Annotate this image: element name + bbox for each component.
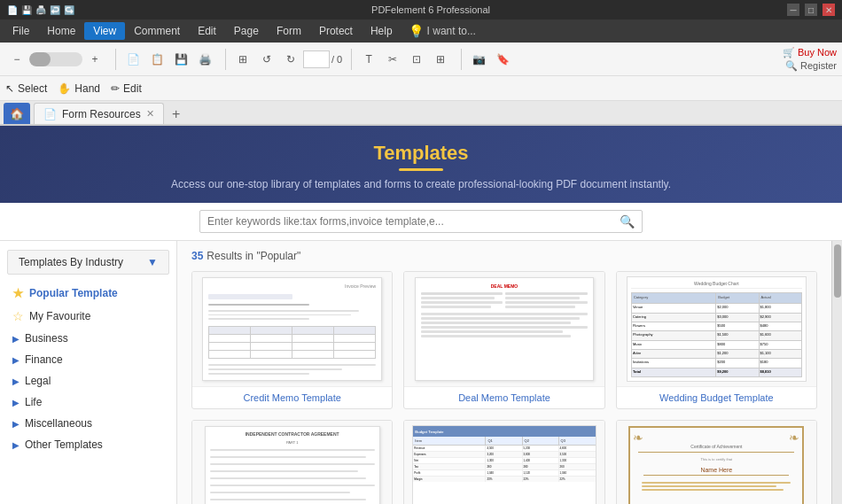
sidebar-dropdown[interactable]: Templates By Industry ▼: [7, 250, 169, 275]
save-button[interactable]: 💾: [169, 48, 192, 71]
form-resources-tab[interactable]: 📄 Form Resources ✕: [34, 103, 164, 124]
doc-preview: ❧ ❧ ❧ ❧ Certificate of Achievement This …: [628, 426, 804, 504]
template-card-wedding-budget[interactable]: Wedding Budget Chart Category Budget Act…: [616, 271, 817, 409]
sidebar-item-business[interactable]: ▶ Business: [0, 328, 176, 349]
select-tool[interactable]: ↖ Select: [5, 82, 47, 95]
menu-form[interactable]: Form: [268, 22, 310, 40]
title-bar: 📄 💾 🖨️ ↩️ ↪️ PDFelement 6 Professional ─…: [0, 0, 842, 19]
minimize-button[interactable]: ─: [787, 4, 799, 16]
scroll-thumb[interactable]: [834, 244, 841, 298]
menu-protect[interactable]: Protect: [310, 22, 362, 40]
menu-bar: File Home View Comment Edit Page Form Pr…: [0, 19, 842, 43]
sidebar-item-label: My Favourite: [29, 310, 90, 322]
edit-icon: ✏: [111, 82, 120, 95]
template-name[interactable]: Credit Memo Template: [192, 387, 392, 408]
rotate-left-button[interactable]: ↺: [255, 48, 278, 71]
sidebar-item-label: Life: [25, 396, 42, 408]
template-card-spreadsheet[interactable]: Budget Template Item Q1 Q2 Q3 Revenue 4,…: [403, 420, 604, 504]
new-doc-button[interactable]: 📄: [121, 48, 144, 71]
template-card-contractor[interactable]: INDEPENDENT CONTRACTOR AGREEMENT PART 1: [191, 420, 393, 504]
zoom-out-button[interactable]: −: [5, 48, 28, 71]
i-want-to-area[interactable]: 💡 I want to...: [409, 24, 476, 38]
tab-close-button[interactable]: ✕: [146, 109, 154, 119]
restore-button[interactable]: □: [805, 4, 817, 16]
title-bar-icons: 📄 💾 🖨️ ↩️ ↪️: [7, 5, 74, 15]
menu-view[interactable]: View: [84, 22, 125, 40]
hand-label: Hand: [74, 82, 100, 95]
open-doc-button[interactable]: 📋: [145, 48, 168, 71]
scissors-button[interactable]: ✂: [381, 48, 404, 71]
right-scrollbar[interactable]: [831, 241, 842, 504]
sidebar-item-miscellaneous[interactable]: ▶ Miscellaneous: [0, 413, 176, 434]
sidebar: Templates By Industry ▼ ★ Popular Templa…: [0, 241, 177, 504]
tab-doc-icon: 📄: [43, 108, 57, 120]
tab-label: Form Resources: [62, 108, 141, 120]
template-card-deal-memo[interactable]: DEAL MEMO: [403, 271, 604, 409]
template-name[interactable]: Wedding Budget Template: [617, 387, 816, 408]
banner: Templates Access our one-stop library of…: [0, 126, 842, 203]
sidebar-item-other[interactable]: ▶ Other Templates: [0, 434, 176, 455]
sidebar-item-label: Miscellaneous: [25, 417, 92, 430]
sub-toolbar: ↖ Select ✋ Hand ✏ Edit: [0, 76, 842, 101]
arrow-right-icon: ▶: [12, 419, 19, 429]
sidebar-item-legal[interactable]: ▶ Legal: [0, 370, 176, 392]
sidebar-item-finance[interactable]: ▶ Finance: [0, 349, 176, 370]
toolbar: − + 📄 📋 💾 🖨️ ⊞ ↺ ↻ / 0 T ✂ ⊡ ⊞ 📷 🔖 🛒 B: [0, 43, 842, 76]
toolbar-sep-4: [461, 49, 462, 70]
toolbar-nav-group: ⊞ ↺ ↻ / 0: [231, 48, 342, 71]
arrow-right-icon: ▶: [12, 398, 19, 407]
sidebar-item-popular[interactable]: ★ Popular Template: [0, 282, 176, 305]
camera-button[interactable]: 📷: [467, 48, 490, 71]
wedding-doc-title: Wedding Budget Chart: [631, 281, 802, 289]
sidebar-item-life[interactable]: ▶ Life: [0, 392, 176, 413]
menu-file[interactable]: File: [4, 22, 38, 40]
rotate-right-button[interactable]: ↻: [279, 48, 302, 71]
template-name[interactable]: Deal Memo Template: [404, 387, 604, 408]
hand-tool[interactable]: ✋ Hand: [58, 82, 100, 95]
menu-help[interactable]: Help: [362, 22, 402, 40]
template-card-credit-memo[interactable]: Invoice Preview: [191, 271, 393, 409]
search-input[interactable]: [207, 215, 620, 228]
arrow-right-icon: ▶: [12, 376, 19, 386]
sidebar-dropdown-label: Templates By Industry: [19, 256, 123, 268]
toolbar-sep-1: [115, 49, 116, 70]
hand-icon: ✋: [58, 82, 71, 95]
merge-button[interactable]: ⊞: [429, 48, 452, 71]
menu-home[interactable]: Home: [38, 22, 84, 40]
toolbar-zoom-group: − +: [5, 48, 106, 71]
menu-comment[interactable]: Comment: [125, 22, 189, 40]
menu-page[interactable]: Page: [225, 22, 268, 40]
zoom-in-button[interactable]: +: [83, 48, 106, 71]
doc-preview: Invoice Preview: [202, 277, 382, 380]
tabs-bar: 🏠 📄 Form Resources ✕ +: [0, 101, 842, 126]
sidebar-item-label: Other Templates: [25, 438, 103, 451]
cart-icon: 🛒: [783, 47, 795, 58]
sidebar-item-label: Finance: [25, 353, 63, 366]
home-icon: 🏠: [10, 107, 24, 120]
fit-width-button[interactable]: ⊞: [231, 48, 254, 71]
arrow-right-icon: ▶: [12, 440, 19, 450]
edit-tool[interactable]: ✏ Edit: [111, 82, 142, 95]
templates-area: 35 Results in "Popular" Invoice Preview: [177, 241, 831, 504]
page-number-input[interactable]: [303, 50, 330, 68]
close-button[interactable]: ✕: [823, 4, 835, 16]
sidebar-item-favourite[interactable]: ☆ My Favourite: [0, 305, 176, 328]
buy-now-button[interactable]: 🛒 Buy Now: [783, 47, 837, 58]
print-button[interactable]: 🖨️: [193, 48, 216, 71]
toolbar-action-group: T ✂ ⊡ ⊞: [357, 48, 452, 71]
template-card-ornate[interactable]: ❧ ❧ ❧ ❧ Certificate of Achievement This …: [616, 420, 817, 504]
star-icon: ☆: [12, 309, 24, 323]
crop-button[interactable]: ⊡: [405, 48, 428, 71]
i-want-to-label: I want to...: [427, 25, 476, 37]
add-text-button[interactable]: T: [357, 48, 380, 71]
bookmark-button[interactable]: 🔖: [491, 48, 514, 71]
lightbulb-icon: 💡: [409, 24, 424, 38]
register-button[interactable]: 🔍 Register: [785, 60, 837, 72]
menu-edit[interactable]: Edit: [189, 22, 225, 40]
window-controls[interactable]: ─ □ ✕: [787, 4, 835, 16]
results-count: 35: [191, 250, 203, 262]
home-tab[interactable]: 🏠: [4, 103, 30, 124]
search-icon[interactable]: 🔍: [620, 214, 635, 229]
add-tab-button[interactable]: +: [167, 105, 186, 124]
doc-preview: DEAL MEMO: [415, 277, 595, 380]
